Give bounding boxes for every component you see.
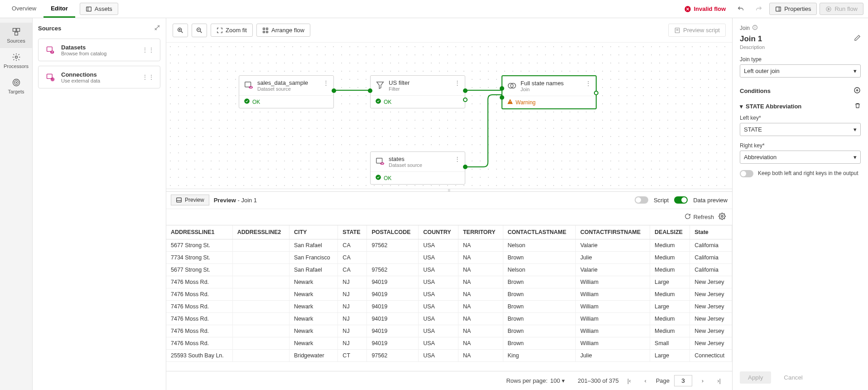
edit-icon[interactable] [854, 34, 861, 44]
collapse-icon[interactable] [154, 24, 160, 32]
table-row[interactable]: 7476 Moss Rd.NewarkNJ94019USANABrownWill… [166, 312, 732, 325]
node-sales-data-sample[interactable]: sales_data_sample Dataset source ⋮ OK [239, 75, 334, 108]
table-cell: Brown [503, 251, 575, 263]
preview-toggle-button[interactable]: Preview [171, 195, 209, 205]
delete-condition-button[interactable] [854, 102, 861, 110]
node-menu-icon[interactable]: ⋮ [454, 156, 460, 162]
prev-page-button[interactable]: ‹ [640, 375, 651, 387]
next-page-button[interactable]: › [697, 375, 709, 387]
svg-rect-8 [14, 32, 18, 35]
drag-handle-icon[interactable]: ⋮⋮ [142, 73, 154, 81]
zoom-out-button[interactable] [192, 24, 207, 37]
node-menu-icon[interactable]: ⋮ [454, 79, 460, 86]
table-row[interactable]: 7476 Moss Rd.NewarkNJ94019USANABrownWill… [166, 325, 732, 337]
zoom-in-button[interactable] [173, 24, 188, 37]
column-header[interactable]: State [690, 225, 732, 239]
table-cell: Valarie [575, 239, 650, 251]
table-row[interactable]: 5677 Strong St.San RafaelCA97562USANANel… [166, 239, 732, 251]
properties-button[interactable]: Properties [769, 3, 817, 15]
refresh-button[interactable]: Refresh [685, 213, 714, 221]
column-header[interactable]: COUNTRY [419, 225, 458, 239]
rows-per-page-select[interactable]: 100 ▾ [550, 377, 565, 384]
node-states[interactable]: states Dataset source ⋮ OK [370, 151, 465, 185]
table-row[interactable]: 7734 Strong St.San FranciscoCAUSANABrown… [166, 251, 732, 263]
svg-rect-3 [776, 7, 781, 11]
preview-script-button[interactable]: Preview script [668, 24, 726, 37]
table-row[interactable]: 7476 Moss Rd.NewarkNJ94019USANABrownWill… [166, 337, 732, 349]
column-header[interactable]: DEALSIZE [650, 225, 690, 239]
table-cell: New Jersey [690, 300, 732, 312]
table-cell [232, 263, 289, 276]
connections-card[interactable]: Connections Use external data ⋮⋮ [38, 66, 160, 88]
column-header[interactable]: POSTALCODE [367, 225, 419, 239]
tab-overview[interactable]: Overview [5, 0, 43, 18]
tab-editor[interactable]: Editor [43, 0, 75, 18]
node-full-state-names[interactable]: Full state names Join ⋮ Warning [502, 75, 597, 109]
page-label: Page [656, 377, 670, 384]
right-key-select[interactable]: Abbreviation ▾ [740, 151, 861, 164]
table-cell: Large [650, 300, 690, 312]
condition-title: STATE Abbreviation [746, 103, 801, 110]
settings-button[interactable] [719, 213, 726, 221]
chevron-down-icon[interactable]: ▾ [740, 103, 743, 110]
column-header[interactable]: ADDRESSLINE2 [232, 225, 289, 239]
assets-button[interactable]: Assets [80, 3, 118, 15]
table-cell: 94019 [367, 276, 419, 288]
table-cell [232, 239, 289, 251]
keep-keys-toggle[interactable] [740, 170, 753, 177]
script-toggle[interactable] [635, 196, 648, 204]
column-header[interactable]: TERRITORY [458, 225, 503, 239]
info-icon[interactable] [752, 24, 758, 32]
undo-button[interactable] [733, 2, 748, 16]
table-row[interactable]: 7476 Moss Rd.NewarkNJ94019USANABrownWill… [166, 288, 732, 300]
column-header[interactable]: CONTACTLASTNAME [503, 225, 575, 239]
table-cell: 97562 [367, 263, 419, 276]
table-cell: Large [650, 349, 690, 361]
table-cell: 7476 Moss Rd. [166, 300, 232, 312]
table-row[interactable]: 7476 Moss Rd.NewarkNJ94019USANABrownWill… [166, 300, 732, 312]
leftrail-processors[interactable]: Processors [0, 48, 32, 73]
description-label: Description [740, 44, 861, 50]
table-cell: USA [419, 276, 458, 288]
column-header[interactable]: ADDRESSLINE1 [166, 225, 232, 239]
column-header[interactable]: CONTACTFIRSTNAME [575, 225, 650, 239]
page-input[interactable] [674, 375, 692, 386]
redo-button[interactable] [751, 2, 767, 16]
svg-point-38 [381, 163, 384, 165]
filter-icon [375, 80, 385, 90]
node-menu-icon[interactable]: ⋮ [585, 80, 591, 87]
table-row[interactable]: 7476 Moss Rd.NewarkNJ94019USANABrownWill… [166, 276, 732, 288]
apply-button: Apply [740, 371, 771, 384]
run-flow-button: Run flow [820, 3, 863, 15]
join-type-select[interactable]: Left outer join ▾ [740, 64, 861, 78]
table-row[interactable]: 5677 Strong St.San RafaelCA97562USANANel… [166, 263, 732, 276]
svg-point-33 [244, 98, 250, 104]
table-row[interactable]: 25593 South Bay Ln.BridgewaterCT97562USA… [166, 349, 732, 361]
node-us-filter[interactable]: US filter Filter ⋮ OK [370, 75, 465, 108]
arrange-flow-button[interactable]: Arrange flow [256, 24, 310, 37]
svg-rect-6 [13, 29, 16, 32]
node-menu-icon[interactable]: ⋮ [323, 79, 329, 86]
svg-point-9 [15, 56, 17, 58]
data-preview-toggle[interactable] [674, 196, 688, 204]
add-condition-button[interactable] [854, 87, 861, 95]
zoom-fit-button[interactable]: Zoom fit [211, 24, 253, 37]
dataset-icon [375, 156, 385, 166]
datasets-card[interactable]: Datasets Browse from catalog ⋮⋮ [38, 39, 160, 61]
left-key-select[interactable]: STATE ▾ [740, 123, 861, 136]
table-cell: NA [458, 349, 503, 361]
leftrail-targets[interactable]: Targets [0, 73, 32, 99]
drag-handle-icon[interactable]: ⋮⋮ [142, 46, 154, 54]
column-header[interactable]: CITY [289, 225, 338, 239]
table-cell: Newark [289, 325, 338, 337]
table-cell: USA [419, 263, 458, 276]
table-cell: Newark [289, 337, 338, 349]
gear-icon [719, 213, 726, 221]
table-cell: NJ [338, 325, 367, 337]
leftrail-sources[interactable]: Sources [0, 23, 32, 48]
first-page-button[interactable]: |‹ [623, 375, 635, 387]
table-cell: 25593 South Bay Ln. [166, 349, 232, 361]
last-page-button[interactable]: ›| [713, 375, 725, 387]
table-cell: William [575, 337, 650, 349]
column-header[interactable]: STATE [338, 225, 367, 239]
